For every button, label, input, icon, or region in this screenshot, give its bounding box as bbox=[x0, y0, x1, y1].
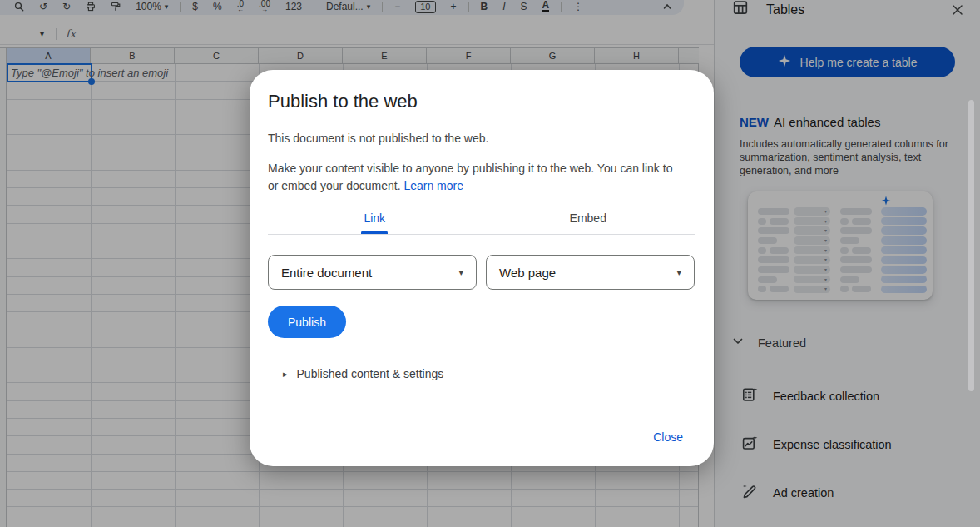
publish-to-web-dialog: Publish to the web This document is not … bbox=[250, 70, 714, 466]
publish-button[interactable]: Publish bbox=[268, 306, 346, 338]
app-window: ↺ ↻ 100% ▾ $ % .0 ← .00 → 123 bbox=[0, 0, 980, 527]
expander-arrow-icon: ▸ bbox=[283, 369, 288, 380]
tab-embed[interactable]: Embed bbox=[482, 207, 695, 234]
learn-more-link[interactable]: Learn more bbox=[403, 179, 463, 192]
scope-dropdown[interactable]: Entire document ▾ bbox=[268, 255, 477, 290]
chevron-down-icon: ▾ bbox=[458, 267, 463, 278]
close-dialog-button[interactable]: Close bbox=[653, 430, 683, 444]
publish-description: Make your content visible to anyone by p… bbox=[268, 160, 686, 195]
format-dropdown[interactable]: Web page ▾ bbox=[486, 255, 695, 290]
panel-scrollbar[interactable] bbox=[968, 100, 974, 391]
publish-tabs: Link Embed bbox=[268, 207, 695, 234]
tab-divider bbox=[268, 234, 695, 235]
tab-link[interactable]: Link bbox=[268, 207, 482, 234]
publish-status-text: This document is not published to the we… bbox=[268, 130, 695, 147]
publish-options-row: Entire document ▾ Web page ▾ bbox=[268, 255, 695, 290]
dialog-title: Publish to the web bbox=[268, 90, 695, 113]
published-content-expander[interactable]: ▸ Published content & settings bbox=[283, 367, 695, 380]
chevron-down-icon: ▾ bbox=[676, 267, 681, 278]
